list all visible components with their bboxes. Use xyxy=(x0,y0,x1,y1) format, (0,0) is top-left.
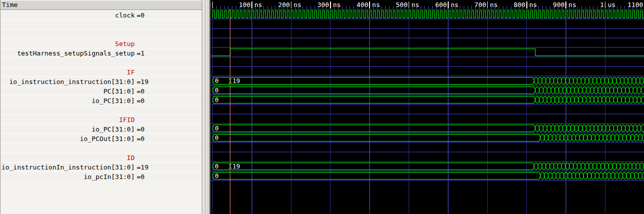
ruler-unit-label: ns xyxy=(451,1,459,8)
ruler-unit-label: ns xyxy=(333,1,341,8)
ruler-unit-label: us xyxy=(608,1,616,8)
ruler-time-label: 1100 xyxy=(627,1,643,8)
signal-value: =0 xyxy=(137,10,145,20)
ruler-time-label: 300 xyxy=(317,1,329,8)
signal-name-list: clock=0SetuptestHarness_setupSignals_set… xyxy=(1,10,202,181)
ruler-time-label: 500 xyxy=(396,1,408,8)
signal-value: =1 xyxy=(137,48,145,58)
group-header-row[interactable]: IFID xyxy=(1,114,202,124)
signal-value: =19 xyxy=(137,162,148,172)
bus-value-label: 0 xyxy=(215,77,219,84)
bus-value-label: 0 xyxy=(215,96,219,104)
group-header-row[interactable]: Setup xyxy=(1,38,202,48)
signal-value: =0 xyxy=(137,86,145,96)
signal-value: =0 xyxy=(137,172,145,182)
bus-value-label: 0 xyxy=(215,134,219,142)
signal-row[interactable]: PC[31:0]=0 xyxy=(1,86,202,96)
group-header-row[interactable]: IF xyxy=(1,67,202,76)
signal-row[interactable]: io_PC[31:0]=0 xyxy=(1,96,202,105)
ruler-time-label: 100 xyxy=(239,1,250,8)
blank-row xyxy=(1,58,202,67)
time-header-label: Time xyxy=(2,1,18,8)
signal-name: io_instructionIn_instruction[31:0] xyxy=(1,162,135,172)
blank-row xyxy=(1,105,202,114)
blank-row xyxy=(1,143,202,152)
signal-name: io_PC[31:0] xyxy=(1,96,135,106)
ruler-time-label: 1 xyxy=(600,1,604,8)
group-label: IFID xyxy=(1,115,135,124)
signal-row[interactable]: io_PC[31:0]=0 xyxy=(1,124,202,134)
ruler-time-label: 600 xyxy=(435,1,447,8)
signal-name: io_PC[31:0] xyxy=(1,124,135,134)
signal-name: io_PCOut[31:0] xyxy=(1,134,135,144)
signal-row[interactable]: clock=0 xyxy=(1,10,202,20)
blank-row xyxy=(1,29,202,38)
ruler-time-label: 400 xyxy=(357,1,368,8)
signal-value: =0 xyxy=(137,96,145,106)
signal-value: =0 xyxy=(137,134,145,144)
ruler-time-label: 800 xyxy=(514,1,525,8)
signal-row[interactable]: io_instructionIn_instruction[31:0]=19 xyxy=(1,162,202,172)
ruler-unit-label: ns xyxy=(568,1,576,8)
bus-value-label: 0 xyxy=(215,86,219,94)
bus-value-label: 0 xyxy=(215,162,219,170)
ruler-unit-label: ns xyxy=(412,1,420,8)
ruler-unit-label: ns xyxy=(293,1,301,8)
signal-name: PC[31:0] xyxy=(1,86,135,96)
signal-name: clock xyxy=(1,10,135,20)
signal-row[interactable]: io_PCOut[31:0]=0 xyxy=(1,134,202,143)
signal-value: =0 xyxy=(137,124,145,134)
gtkwave-window: Time clock=0SetuptestHarness_setupSignal… xyxy=(0,0,644,214)
group-header-row[interactable]: ID xyxy=(1,152,202,162)
ruler-time-label: 900 xyxy=(553,1,564,8)
ruler-time-label: 0 xyxy=(211,1,211,8)
signal-row[interactable]: io_pcIn[31:0]=0 xyxy=(1,172,202,181)
ruler-time-label: 700 xyxy=(474,1,486,8)
blank-row xyxy=(1,20,202,29)
signal-value: =19 xyxy=(137,77,148,86)
group-label: Setup xyxy=(1,39,135,48)
signal-row[interactable]: testHarness_setupSignals_setup=1 xyxy=(1,48,202,58)
bus-value-label: 19 xyxy=(232,77,240,84)
ruler-unit-label: ns xyxy=(372,1,380,8)
group-label: IF xyxy=(1,68,135,77)
ruler-unit-label: ns xyxy=(490,1,498,8)
signal-name: io_instruction_instruction[31:0] xyxy=(1,77,135,86)
signal-name: testHarness_setupSignals_setup xyxy=(1,48,135,58)
time-column-header[interactable]: Time xyxy=(1,0,202,10)
signal-name: io_pcIn[31:0] xyxy=(1,172,135,182)
ruler-unit-label: ns xyxy=(254,1,262,8)
panel-splitter-scrollbar[interactable] xyxy=(202,0,211,214)
ruler-time-label: 200 xyxy=(278,1,289,8)
group-label: ID xyxy=(1,153,135,162)
signal-row[interactable]: io_instruction_instruction[31:0]=19 xyxy=(1,76,202,86)
ruler-unit-label: ns xyxy=(529,1,537,8)
bus-value-label: 0 xyxy=(215,172,219,180)
signal-names-panel: Time clock=0SetuptestHarness_setupSignal… xyxy=(0,0,202,214)
wave-panel[interactable]: 0100ns200ns300ns400ns500ns600ns700ns800n… xyxy=(211,0,644,214)
wave-canvas[interactable]: 0100ns200ns300ns400ns500ns600ns700ns800n… xyxy=(211,0,644,214)
bus-value-label: 19 xyxy=(232,162,240,170)
bus-value-label: 0 xyxy=(215,124,219,132)
